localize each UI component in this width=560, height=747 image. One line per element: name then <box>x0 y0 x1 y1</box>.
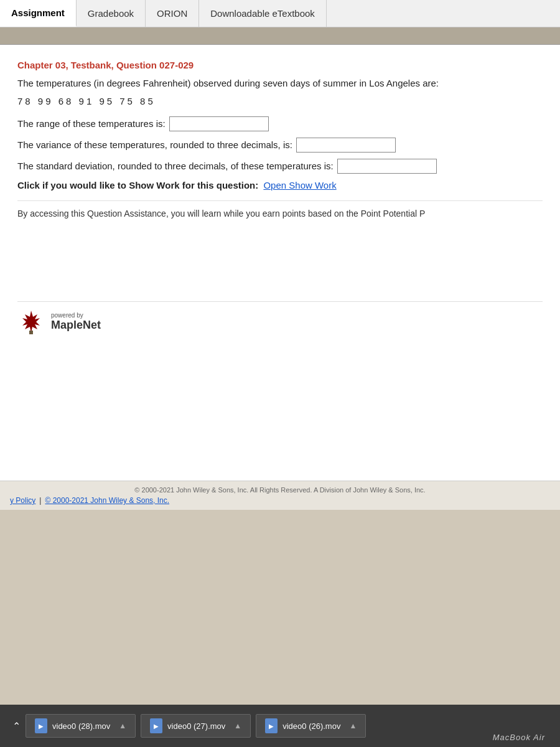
range-input[interactable] <box>169 116 269 131</box>
show-work-line: Click if you would like to Show Work for… <box>17 180 543 190</box>
tab-orion[interactable]: ORION <box>146 0 199 27</box>
std-label: The standard deviation, rounded to three… <box>17 161 334 171</box>
sub-navigation-bar <box>0 27 560 45</box>
maplenet-powered-label: powered by <box>51 312 101 319</box>
maplenet-section: powered by MapleNet <box>17 301 543 341</box>
tab-orion-label: ORION <box>157 8 187 19</box>
variance-question-line: The variance of these temperatures, roun… <box>17 138 543 153</box>
std-input[interactable] <box>337 159 437 174</box>
svg-marker-0 <box>22 311 40 333</box>
tab-gradebook-label: Gradebook <box>88 8 134 19</box>
show-work-link[interactable]: Open Show Work <box>263 180 336 190</box>
wiley-link[interactable]: © 2000-2021 John Wiley & Sons, Inc. <box>45 496 169 505</box>
tab-etextbook-label: Downloadable eTextbook <box>210 8 315 19</box>
maplenet-name: MapleNet <box>51 319 101 332</box>
download-item-28-label: video0 (28).mov <box>52 721 110 731</box>
tab-etextbook[interactable]: Downloadable eTextbook <box>199 0 327 27</box>
chevron-up-icon-26: ▲ <box>349 721 357 730</box>
maplenet-text: powered by MapleNet <box>51 312 101 332</box>
footer-pipe: | <box>39 496 41 505</box>
chevron-up-icon-left[interactable]: ⌃ <box>7 720 26 732</box>
maplenet-logo <box>17 308 45 336</box>
navigation-bar: Assignment Gradebook ORION Downloadable … <box>0 0 560 27</box>
tab-gradebook[interactable]: Gradebook <box>77 0 146 27</box>
doc-icon-26: ▶ <box>265 718 278 733</box>
policy-link[interactable]: y Policy <box>10 496 35 505</box>
tab-assignment[interactable]: Assignment <box>0 0 77 27</box>
temperatures-data: 78 99 68 91 95 75 85 <box>17 96 543 106</box>
doc-icon-27: ▶ <box>150 718 162 733</box>
show-work-label: Click if you would like to Show Work for… <box>17 180 258 190</box>
download-item-26-label: video0 (26).mov <box>282 721 340 731</box>
download-item-27[interactable]: ▶ video0 (27).mov ▲ <box>141 714 251 738</box>
range-label: The range of these temperatures is: <box>17 118 166 129</box>
download-item-26[interactable]: ▶ video0 (26).mov ▲ <box>256 714 366 738</box>
question-intro: The temperatures (in degrees Fahrenheit)… <box>17 77 543 91</box>
download-bar: ⌃ ▶ video0 (28).mov ▲ ▶ video0 (27).mov … <box>0 705 560 747</box>
macbook-label: MacBook Air <box>493 733 545 742</box>
range-question-line: The range of these temperatures is: <box>17 116 543 131</box>
doc-icon-28: ▶ <box>35 718 47 733</box>
std-question-line: The standard deviation, rounded to three… <box>17 159 543 174</box>
svg-rect-1 <box>29 331 33 334</box>
chevron-up-icon-28: ▲ <box>119 721 126 730</box>
assistance-text: By accessing this Question Assistance, y… <box>17 200 543 227</box>
footer-bar: © 2000-2021 John Wiley & Sons, Inc. All … <box>0 481 560 510</box>
download-item-27-label: video0 (27).mov <box>167 721 225 731</box>
tab-assignment-label: Assignment <box>11 7 65 18</box>
main-content: Chapter 03, Testbank, Question 027-029 T… <box>0 45 560 481</box>
chapter-title: Chapter 03, Testbank, Question 027-029 <box>17 60 543 70</box>
wiley-copyright-line: © 2000-2021 John Wiley & Sons, Inc. All … <box>10 486 550 494</box>
chevron-up-icon-27: ▲ <box>234 721 241 730</box>
footer-copyright: © 2000-2021 John Wiley & Sons, Inc. <box>45 496 169 505</box>
download-item-28[interactable]: ▶ video0 (28).mov ▲ <box>26 714 136 738</box>
wiley-copyright-text: © 2000-2021 John Wiley & Sons, Inc. All … <box>134 486 425 494</box>
variance-label: The variance of these temperatures, roun… <box>17 139 292 150</box>
footer-links: y Policy | © 2000-2021 John Wiley & Sons… <box>10 496 550 505</box>
variance-input[interactable] <box>296 138 396 153</box>
